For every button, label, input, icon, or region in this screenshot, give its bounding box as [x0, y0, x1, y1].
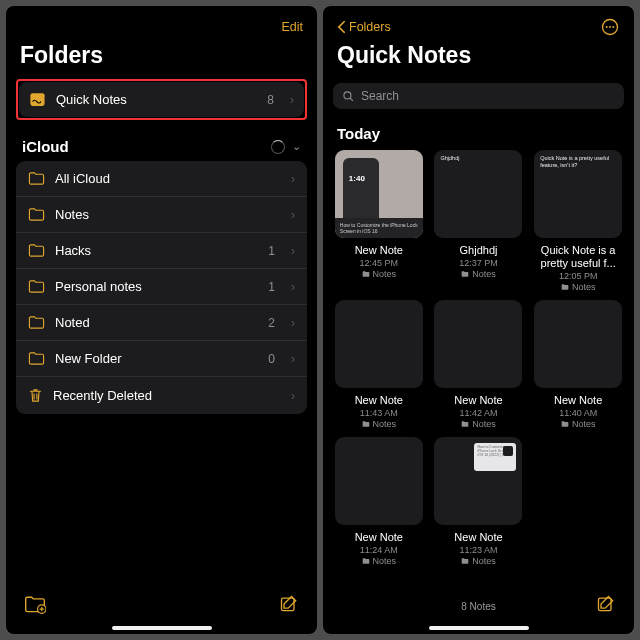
folder-label: Recently Deleted — [53, 388, 265, 403]
chevron-right-icon: › — [291, 316, 295, 330]
folder-count: 2 — [268, 316, 275, 330]
notes-grid: 1:40 How to Customize the iPhone Lock Sc… — [323, 150, 634, 566]
folder-all-icloud[interactable]: All iCloud › — [16, 161, 307, 197]
folder-count: 0 — [268, 352, 275, 366]
chevron-right-icon: › — [290, 93, 294, 107]
chevron-right-icon: › — [291, 280, 295, 294]
chevron-right-icon: › — [291, 389, 295, 403]
chevron-right-icon: › — [291, 244, 295, 258]
icloud-label: iCloud — [22, 138, 69, 155]
more-button[interactable] — [600, 17, 620, 37]
note-card[interactable]: New Note 11:40 AM Notes — [532, 300, 624, 429]
home-indicator[interactable] — [429, 626, 529, 630]
quick-notes-icon — [29, 91, 46, 108]
note-title: New Note — [454, 531, 502, 543]
folder-noted[interactable]: Noted 2 › — [16, 305, 307, 341]
topbar: Folders — [323, 6, 634, 40]
folder-list: All iCloud › Notes › Hacks 1 › Personal … — [16, 161, 307, 414]
note-card[interactable]: Ghjdhdj Ghjdhdj 12:37 PM Notes — [433, 150, 525, 292]
folder-icon — [561, 420, 569, 428]
icloud-section-header[interactable]: iCloud ⌄ — [6, 120, 317, 161]
new-folder-button[interactable] — [24, 594, 46, 618]
note-location: Notes — [561, 282, 596, 292]
svg-point-7 — [344, 91, 351, 98]
folder-notes[interactable]: Notes › — [16, 197, 307, 233]
quick-notes-label: Quick Notes — [56, 92, 257, 107]
note-time: 12:45 PM — [360, 258, 399, 268]
folder-hacks[interactable]: Hacks 1 › — [16, 233, 307, 269]
folder-icon — [461, 420, 469, 428]
note-title: New Note — [454, 394, 502, 406]
note-time: 11:24 AM — [360, 545, 398, 555]
back-button[interactable]: Folders — [337, 20, 391, 34]
note-location: Notes — [461, 269, 496, 279]
folder-icon — [362, 270, 370, 278]
folder-label: Notes — [55, 207, 265, 222]
folder-count: 1 — [268, 280, 275, 294]
edit-button[interactable]: Edit — [281, 20, 303, 34]
folder-icon — [28, 243, 45, 258]
chevron-right-icon: › — [291, 208, 295, 222]
note-card[interactable]: New Note 11:42 AM Notes — [433, 300, 525, 429]
note-thumb: How to Customize iPhone Lock Screen in i… — [434, 437, 522, 525]
note-thumb: 1:40 How to Customize the iPhone Lock Sc… — [335, 150, 423, 238]
note-title: New Note — [554, 394, 602, 406]
folder-icon — [28, 171, 45, 186]
folder-label: Noted — [55, 315, 258, 330]
note-card[interactable]: How to Customize iPhone Lock Screen in i… — [433, 437, 525, 566]
quick-notes-folder[interactable]: Quick Notes 8 › — [19, 82, 304, 117]
svg-point-4 — [606, 26, 608, 28]
note-thumb — [335, 300, 423, 388]
page-title: Folders — [6, 40, 317, 79]
back-label: Folders — [349, 20, 391, 34]
note-location: Notes — [561, 419, 596, 429]
folder-new-folder[interactable]: New Folder 0 › — [16, 341, 307, 377]
folder-icon — [561, 283, 569, 291]
note-location: Notes — [362, 419, 397, 429]
note-location: Notes — [362, 269, 397, 279]
search-field[interactable]: Search — [333, 83, 624, 109]
folder-icon — [362, 420, 370, 428]
note-time: 11:43 AM — [360, 408, 398, 418]
search-placeholder: Search — [361, 89, 399, 103]
folder-personal-notes[interactable]: Personal notes 1 › — [16, 269, 307, 305]
folder-icon — [28, 351, 45, 366]
highlight-box: Quick Notes 8 › — [16, 79, 307, 120]
note-time: 11:23 AM — [459, 545, 497, 555]
folder-icon — [28, 315, 45, 330]
note-title: Ghjdhdj — [460, 244, 498, 256]
home-indicator[interactable] — [112, 626, 212, 630]
page-title: Quick Notes — [323, 40, 634, 79]
note-thumb: Quick Note is a pretty useful feature, i… — [534, 150, 622, 238]
note-card[interactable]: 1:40 How to Customize the iPhone Lock Sc… — [333, 150, 425, 292]
trash-icon — [28, 387, 43, 404]
note-card[interactable]: Quick Note is a pretty useful feature, i… — [532, 150, 624, 292]
chevron-right-icon: › — [291, 172, 295, 186]
svg-point-5 — [609, 26, 611, 28]
compose-button[interactable] — [279, 594, 299, 618]
topbar: Edit — [6, 6, 317, 40]
quick-notes-count: 8 — [267, 93, 274, 107]
note-time: 12:37 PM — [459, 258, 498, 268]
note-location: Notes — [362, 556, 397, 566]
note-time: 11:40 AM — [559, 408, 597, 418]
compose-button[interactable] — [596, 594, 616, 618]
folder-recently-deleted[interactable]: Recently Deleted › — [16, 377, 307, 414]
note-thumb — [335, 437, 423, 525]
folder-icon — [461, 270, 469, 278]
folder-label: Hacks — [55, 243, 258, 258]
note-title: New Note — [355, 394, 403, 406]
folder-count: 1 — [268, 244, 275, 258]
quick-notes-screen: Folders Quick Notes Search Today 1:40 Ho… — [323, 6, 634, 634]
note-title: New Note — [355, 244, 403, 256]
sync-spinner-icon — [271, 140, 285, 154]
note-card[interactable]: New Note 11:24 AM Notes — [333, 437, 425, 566]
folders-screen: Edit Folders Quick Notes 8 › iCloud ⌄ Al… — [6, 6, 317, 634]
note-thumb — [534, 300, 622, 388]
chevron-down-icon: ⌄ — [292, 140, 301, 153]
note-location: Notes — [461, 419, 496, 429]
folder-icon — [28, 207, 45, 222]
note-card[interactable]: New Note 11:43 AM Notes — [333, 300, 425, 429]
note-thumb — [434, 300, 522, 388]
svg-rect-0 — [30, 93, 44, 106]
